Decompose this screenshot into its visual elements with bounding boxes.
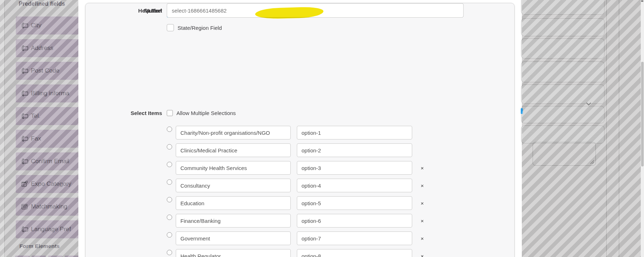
form-elements-title: Form Elements (19, 243, 60, 249)
predefined-field-label: Billing informa (31, 90, 69, 97)
select-option-row: × (167, 161, 425, 175)
field-label: Name * (108, 8, 167, 14)
allow-multiple-label: Allow Multiple Selections (176, 110, 236, 116)
sidebar-left-rail (0, 0, 5, 257)
page: Predefined fields City (0, 0, 644, 257)
option-radio[interactable] (167, 127, 172, 132)
select-option-row: × (167, 249, 425, 257)
predefined-field-button[interactable]: Fax (16, 130, 78, 148)
option-value-input[interactable] (176, 179, 291, 192)
category-grid-icon (20, 180, 28, 188)
predefined-field-button[interactable]: Billing informa (16, 84, 78, 102)
select-option-row: × (167, 214, 425, 228)
predefined-field-button[interactable]: Tel. (16, 107, 78, 125)
predefined-field-label: Expo Category (31, 180, 71, 188)
text-input-icon (20, 67, 28, 74)
remove-option-button[interactable]: × (419, 214, 425, 228)
predefined-field-label: Post Code (31, 67, 59, 74)
text-input-icon (20, 226, 28, 233)
predefined-field-button[interactable]: Post Code (16, 62, 78, 80)
chevron-down-icon (586, 102, 592, 106)
remove-option-button[interactable]: × (419, 249, 425, 257)
option-value-input[interactable] (176, 143, 291, 157)
allow-multiple-checkbox[interactable] (167, 110, 173, 116)
ghost-field-column (521, 0, 604, 143)
predefined-field-button[interactable]: Matchmaking (16, 198, 78, 216)
predefined-field-button[interactable]: Language Pref (16, 220, 78, 238)
option-radio[interactable] (167, 162, 172, 167)
predefined-field-label: Fax (31, 135, 41, 142)
remove-option-button[interactable]: × (419, 161, 425, 175)
text-input-icon (20, 158, 28, 165)
predefined-field-label: Address (31, 45, 53, 52)
page-scrollbar-thumb[interactable] (641, 62, 644, 166)
panel-divider (619, 0, 619, 257)
option-name-input[interactable] (297, 143, 412, 157)
scrollbar-notch (641, 0, 643, 2)
option-name-input[interactable] (297, 161, 412, 175)
option-radio[interactable] (167, 232, 172, 238)
field-row: Name * (108, 3, 464, 18)
option-radio[interactable] (167, 215, 172, 220)
select-option-row: × (167, 196, 425, 210)
option-name-input[interactable] (297, 196, 412, 210)
remove-option-button[interactable]: × (419, 231, 425, 245)
select-option-row (167, 143, 425, 157)
resize-grip-icon (590, 160, 594, 164)
text-input-icon (20, 135, 28, 142)
predefined-fields-sidebar: Predefined fields City (0, 0, 78, 257)
checkbox[interactable] (167, 24, 174, 31)
select-option-row: × (167, 179, 425, 192)
predefined-field-label: Matchmaking (31, 203, 67, 210)
hidden-checked-checkbox-fragment (521, 108, 523, 114)
option-radio[interactable] (167, 179, 172, 185)
flag-option: State/Region Field (167, 24, 222, 31)
option-name-input[interactable] (297, 249, 412, 257)
predefined-field-button[interactable]: Expo Category (16, 175, 78, 193)
text-input-icon (20, 90, 28, 97)
select-options-list: × × × (167, 126, 425, 257)
select-items-label: Select Items (108, 110, 167, 116)
option-radio[interactable] (167, 144, 172, 150)
predefined-field-button[interactable]: Address (16, 39, 78, 57)
remove-option-button[interactable]: × (419, 179, 425, 192)
predefined-field-button[interactable]: City (16, 17, 78, 35)
predefined-field-label: Language Pref (31, 226, 71, 233)
select-items-row: Select Items Allow Multiple Selections (108, 110, 236, 116)
option-name-input[interactable] (297, 179, 412, 192)
option-radio[interactable] (167, 250, 172, 255)
option-value-input[interactable] (176, 196, 291, 210)
select-option-row (167, 126, 425, 139)
remove-option-button[interactable]: × (419, 196, 425, 210)
option-radio[interactable] (167, 197, 172, 202)
list-lines-icon (20, 203, 28, 210)
checkbox-label: State/Region Field (178, 25, 222, 31)
page-scrollbar[interactable] (641, 0, 644, 257)
panel-divider (606, 0, 607, 257)
field-flags-row-2: State/Region Field (167, 23, 222, 33)
option-name-input[interactable] (297, 214, 412, 228)
predefined-fields-title: Predefined fields (19, 0, 65, 8)
option-value-input[interactable] (176, 231, 291, 245)
predefined-field-label: Confirm Email (31, 158, 69, 165)
form-elements-buttons-cut (15, 256, 78, 257)
predefined-field-label: City (31, 22, 41, 29)
predefined-fields-list: City Address (16, 17, 78, 238)
text-input-icon (20, 22, 28, 29)
option-value-input[interactable] (176, 249, 291, 257)
background-form-area (522, 0, 641, 257)
text-input-icon (20, 45, 28, 52)
text-input-icon (20, 113, 28, 120)
field-editor-modal: Required Not editable (85, 3, 515, 257)
option-name-input[interactable] (297, 231, 412, 245)
predefined-field-label: Tel. (31, 113, 40, 120)
option-value-input[interactable] (176, 214, 291, 228)
option-value-input[interactable] (176, 161, 291, 175)
ghost-textarea (533, 142, 596, 166)
option-value-input[interactable] (176, 126, 291, 139)
select-option-row: × (167, 231, 425, 245)
option-name-input[interactable] (297, 126, 412, 139)
predefined-field-button[interactable]: Confirm Email (16, 152, 78, 170)
field-text-input[interactable] (167, 3, 464, 18)
